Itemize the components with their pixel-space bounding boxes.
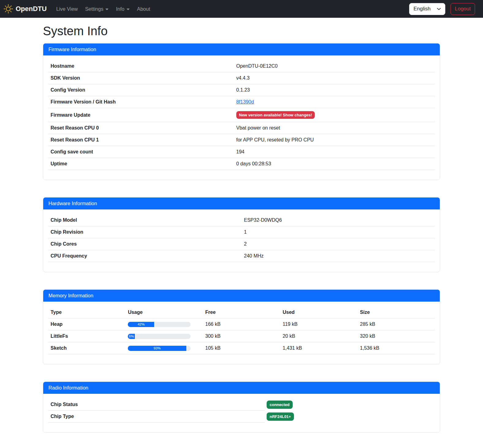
- progress-label: 93%: [154, 346, 161, 350]
- card-header-title: Radio Information: [43, 382, 440, 394]
- table-row: Heap42%166 kB119 kB285 kB: [48, 318, 435, 330]
- card-header-title: Firmware Information: [43, 43, 440, 55]
- table-row: Chip Statusconnected: [48, 399, 435, 411]
- progress-bar: 6%: [128, 334, 135, 339]
- row-value: ESP32-D0WDQ6: [242, 214, 435, 226]
- column-header-used: Used: [280, 307, 357, 318]
- table-row: Firmware UpdateNew version available! Sh…: [48, 108, 435, 122]
- row-label: Firmware Update: [48, 108, 234, 122]
- row-value: New version available! Show changes!: [234, 108, 435, 122]
- row-value: 0.1.23: [234, 84, 435, 96]
- chevron-down-icon: [437, 7, 441, 11]
- card-memory-information: Memory InformationTypeUsageFreeUsedSizeH…: [43, 289, 440, 364]
- nav-right: English Logout: [409, 3, 479, 15]
- memory-used: 1,431 kB: [280, 342, 357, 354]
- table-row: Chip Revision1: [48, 226, 435, 238]
- memory-free: 300 kB: [203, 330, 280, 342]
- row-value: Vbat power on reset: [234, 122, 435, 134]
- progress-bar: 42%: [128, 322, 154, 327]
- column-header-type: Type: [48, 307, 125, 318]
- memory-usage: 42%: [125, 318, 203, 330]
- main-content: System Info Firmware InformationHostname…: [39, 24, 444, 433]
- language-select[interactable]: English: [409, 3, 445, 15]
- firmware-update-badge[interactable]: New version available! Show changes!: [236, 111, 315, 119]
- language-selected-label: English: [413, 6, 431, 12]
- navbar: OpenDTU Live ViewSettingsInfoAbout Engli…: [0, 0, 483, 18]
- nav-item-label: About: [137, 6, 150, 12]
- memory-usage: 6%: [125, 330, 203, 342]
- progress-label: 6%: [129, 334, 134, 338]
- row-label: Config Version: [48, 84, 234, 96]
- card-header-title: Hardware Information: [43, 198, 440, 209]
- card-body: Chip StatusconnectedChip TypenRF24L01+: [43, 394, 440, 432]
- table-row: Reset Reason CPU 0Vbat power on reset: [48, 122, 435, 134]
- brand-link[interactable]: OpenDTU: [4, 4, 47, 13]
- row-label: Reset Reason CPU 1: [48, 134, 234, 146]
- nav-item-settings[interactable]: Settings: [82, 4, 112, 14]
- card-body: TypeUsageFreeUsedSizeHeap42%166 kB119 kB…: [43, 302, 440, 364]
- row-value: v4.4.3: [234, 72, 435, 84]
- row-label: Hostname: [48, 60, 234, 72]
- card-body: HostnameOpenDTU-0E12C0SDK Versionv4.4.3C…: [43, 55, 440, 180]
- row-value: 1: [242, 226, 435, 238]
- sun-icon: [4, 4, 13, 13]
- row-value: 8f1390d: [234, 96, 435, 108]
- row-label: Uptime: [48, 158, 234, 170]
- card-radio-information: Radio InformationChip StatusconnectedChi…: [43, 382, 440, 433]
- row-value: for APP CPU, reseted by PRO CPU: [234, 134, 435, 146]
- row-label: Chip Revision: [48, 226, 242, 238]
- row-label: SDK Version: [48, 72, 234, 84]
- memory-type: LittleFs: [48, 330, 125, 342]
- table-row: Uptime0 days 00:28:53: [48, 158, 435, 170]
- logout-button[interactable]: Logout: [451, 3, 475, 15]
- progress-track: 6%: [128, 334, 191, 339]
- row-value: 2: [242, 238, 435, 250]
- memory-usage: 93%: [125, 342, 203, 354]
- row-label: Firmware Version / Git Hash: [48, 96, 234, 108]
- row-value: OpenDTU-0E12C0: [234, 60, 435, 72]
- nav-item-info[interactable]: Info: [113, 4, 132, 14]
- memory-size: 1,536 kB: [358, 342, 435, 354]
- column-header-free: Free: [203, 307, 280, 318]
- table-row: Firmware Version / Git Hash8f1390d: [48, 96, 435, 108]
- progress-track: 42%: [128, 322, 191, 327]
- table-row: CPU Frequency240 MHz: [48, 250, 435, 262]
- memory-free: 105 kB: [203, 342, 280, 354]
- progress-bar: 93%: [128, 346, 186, 351]
- memory-table: TypeUsageFreeUsedSizeHeap42%166 kB119 kB…: [48, 307, 435, 354]
- row-label: Chip Model: [48, 214, 242, 226]
- git-hash-link[interactable]: 8f1390d: [236, 99, 254, 104]
- brand-label: OpenDTU: [16, 5, 47, 13]
- spacer: [48, 423, 435, 427]
- row-label-text: Chip Type: [51, 414, 74, 419]
- card-hardware-information: Hardware InformationChip ModelESP32-D0WD…: [43, 197, 440, 272]
- status-badge: connected: [267, 401, 293, 409]
- memory-size: 320 kB: [358, 330, 435, 342]
- table-row: HostnameOpenDTU-0E12C0: [48, 60, 435, 72]
- column-header-size: Size: [358, 307, 435, 318]
- table-row: Chip ModelESP32-D0WDQ6: [48, 214, 435, 226]
- nav-item-label: Settings: [85, 6, 104, 12]
- progress-label: 42%: [138, 322, 145, 326]
- info-table: Chip ModelESP32-D0WDQ6Chip Revision1Chip…: [48, 214, 435, 262]
- row-value: nRF24L01+: [265, 411, 294, 423]
- memory-free: 166 kB: [203, 318, 280, 330]
- progress-track: 93%: [128, 346, 191, 351]
- row-label: CPU Frequency: [48, 250, 242, 262]
- nav-item-about[interactable]: About: [134, 4, 153, 14]
- table-row: LittleFs6%300 kB20 kB320 kB: [48, 330, 435, 342]
- row-label: Chip Cores: [48, 238, 242, 250]
- row-value: connected: [265, 399, 293, 411]
- info-table: HostnameOpenDTU-0E12C0SDK Versionv4.4.3C…: [48, 60, 435, 170]
- row-label-text: Chip Status: [51, 402, 78, 407]
- column-header-usage: Usage: [125, 307, 203, 318]
- memory-type: Heap: [48, 318, 125, 330]
- memory-used: 20 kB: [280, 330, 357, 342]
- nav-links: Live ViewSettingsInfoAbout: [53, 4, 409, 14]
- table-row: Reset Reason CPU 1for APP CPU, reseted b…: [48, 134, 435, 146]
- page-title: System Info: [43, 24, 440, 38]
- status-badge: nRF24L01+: [267, 412, 294, 421]
- nav-item-live-view[interactable]: Live View: [53, 4, 80, 14]
- memory-type: Sketch: [48, 342, 125, 354]
- table-row: SDK Versionv4.4.3: [48, 72, 435, 84]
